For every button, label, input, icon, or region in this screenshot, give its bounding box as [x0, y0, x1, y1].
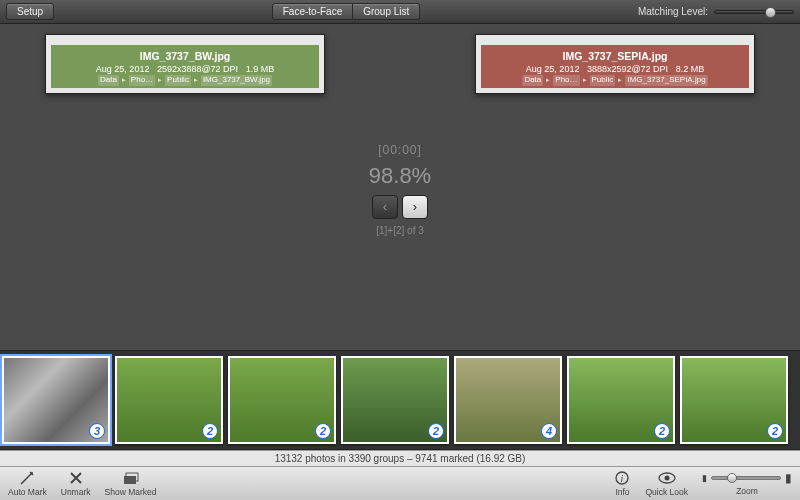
chevron-left-icon: ‹	[383, 199, 387, 214]
automark-button[interactable]: Auto Mark	[8, 470, 47, 497]
left-path: Data Pho… Public IMG_3737_BW.jpg	[53, 75, 317, 86]
filmstrip-thumb[interactable]: 2	[567, 356, 675, 444]
group-count-badge: 2	[202, 423, 218, 439]
info-icon: i	[613, 470, 631, 486]
zoom-slider[interactable]	[711, 476, 781, 480]
group-count-badge: 2	[767, 423, 783, 439]
filmstrip-thumb[interactable]: 2	[228, 356, 336, 444]
chevron-right-icon: ›	[413, 199, 417, 214]
filmstrip-thumb[interactable]: 2	[341, 356, 449, 444]
zoom-thumb[interactable]	[727, 473, 737, 483]
quicklook-button[interactable]: Quick Look	[645, 470, 688, 497]
wand-icon	[18, 470, 36, 486]
index-label: [1]+[2] of 3	[376, 225, 424, 236]
left-photo-panel[interactable]: IMG_3737_BW.jpg Aug 25, 2012 2592x3888@7…	[45, 34, 325, 94]
bottom-toolbar: Auto Mark Unmark Show Marked i Info Quic…	[0, 466, 800, 500]
group-count-badge: 2	[315, 423, 331, 439]
unmark-button[interactable]: Unmark	[61, 470, 91, 497]
eye-icon	[658, 470, 676, 486]
filmstrip-thumb[interactable]: 2	[680, 356, 788, 444]
top-toolbar: Setup Face-to-Face Group List Matching L…	[0, 0, 800, 24]
group-count-badge: 4	[541, 423, 557, 439]
matching-level-slider[interactable]	[714, 10, 794, 14]
person-small-icon: ▮	[702, 473, 707, 483]
filmstrip-thumb[interactable]: 2	[115, 356, 223, 444]
group-count-badge: 3	[89, 423, 105, 439]
view-mode-segmented: Face-to-Face Group List	[272, 3, 421, 20]
group-count-badge: 2	[654, 423, 670, 439]
nav-buttons: ‹ ›	[372, 195, 428, 219]
right-meta: IMG_3737_SEPIA.jpg Aug 25, 2012 3888x259…	[481, 45, 749, 88]
similarity-percent: 98.8%	[369, 163, 431, 189]
filmstrip-thumb[interactable]: 3	[2, 356, 110, 444]
zoom-control[interactable]: ▮ ▮ Zoom	[702, 471, 792, 496]
x-icon	[67, 470, 85, 486]
svg-text:i: i	[621, 473, 624, 484]
svg-point-14	[31, 472, 33, 474]
svg-point-20	[664, 476, 669, 481]
status-bar: 13132 photos in 3390 groups – 9741 marke…	[0, 450, 800, 466]
matching-level-label: Matching Level:	[638, 6, 708, 17]
left-meta: IMG_3737_BW.jpg Aug 25, 2012 2592x3888@7…	[51, 45, 319, 88]
group-count-badge: 2	[428, 423, 444, 439]
right-path: Data Pho… Public IMG_3737_SEPIA.jpg	[483, 75, 747, 86]
left-filename: IMG_3737_BW.jpg	[53, 49, 317, 63]
setup-button[interactable]: Setup	[6, 3, 54, 20]
right-photo-panel[interactable]: IMG_3737_SEPIA.jpg Aug 25, 2012 3888x259…	[475, 34, 755, 94]
right-filename: IMG_3737_SEPIA.jpg	[483, 49, 747, 63]
filmstrip-thumb[interactable]: 4	[454, 356, 562, 444]
slider-thumb[interactable]	[765, 7, 776, 18]
face-to-face-button[interactable]: Face-to-Face	[272, 3, 353, 20]
filmstrip[interactable]: 3222422	[0, 350, 800, 450]
matching-level-control: Matching Level:	[638, 6, 794, 17]
person-large-icon: ▮	[785, 471, 792, 485]
compare-area: IMG_3737_BW.jpg Aug 25, 2012 2592x3888@7…	[0, 24, 800, 350]
prev-button[interactable]: ‹	[372, 195, 398, 219]
stack-icon	[122, 470, 140, 486]
show-marked-button[interactable]: Show Marked	[105, 470, 157, 497]
next-button[interactable]: ›	[402, 195, 428, 219]
info-button[interactable]: i Info	[613, 470, 631, 497]
group-list-button[interactable]: Group List	[353, 3, 420, 20]
timecode: [00:00]	[378, 143, 422, 157]
compare-center: [00:00] 98.8% ‹ › [1]+[2] of 3	[350, 34, 450, 344]
